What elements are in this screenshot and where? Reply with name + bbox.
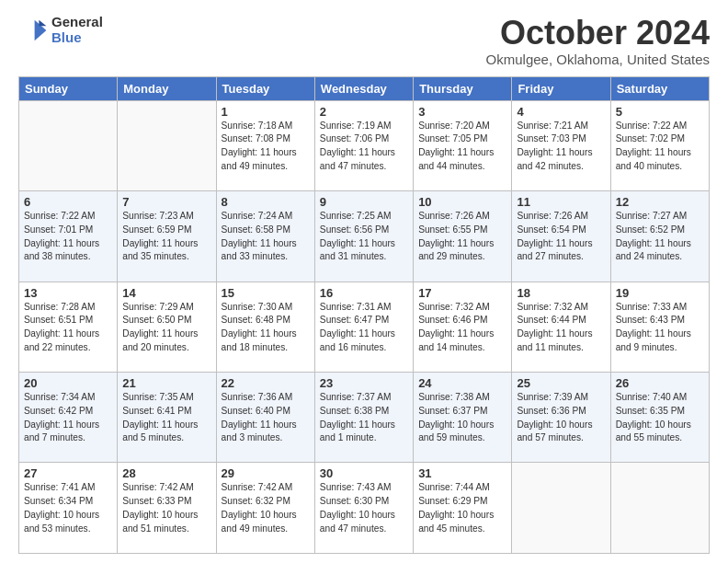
logo-line2: Blue (51, 30, 103, 46)
calendar-cell: 30Sunrise: 7:43 AM Sunset: 6:30 PM Dayli… (314, 463, 413, 554)
day-number: 23 (320, 376, 408, 390)
cell-info: Sunrise: 7:37 AM Sunset: 6:38 PM Dayligh… (320, 391, 408, 445)
calendar-cell: 4Sunrise: 7:21 AM Sunset: 7:03 PM Daylig… (512, 100, 610, 190)
day-number: 7 (122, 195, 210, 209)
day-number: 6 (24, 195, 112, 209)
calendar-cell (19, 100, 118, 190)
cell-info: Sunrise: 7:41 AM Sunset: 6:34 PM Dayligh… (24, 481, 112, 535)
calendar-cell: 2Sunrise: 7:19 AM Sunset: 7:06 PM Daylig… (314, 100, 413, 190)
calendar-cell (118, 100, 216, 190)
calendar-cell: 12Sunrise: 7:27 AM Sunset: 6:52 PM Dayli… (610, 191, 709, 282)
calendar-cell: 10Sunrise: 7:26 AM Sunset: 6:55 PM Dayli… (414, 191, 512, 282)
calendar-cell: 25Sunrise: 7:39 AM Sunset: 6:36 PM Dayli… (512, 373, 610, 463)
cell-info: Sunrise: 7:42 AM Sunset: 6:33 PM Dayligh… (122, 481, 210, 535)
svg-marker-1 (39, 19, 46, 25)
day-number: 16 (320, 286, 408, 300)
calendar-cell: 15Sunrise: 7:30 AM Sunset: 6:48 PM Dayli… (216, 282, 314, 372)
cell-info: Sunrise: 7:38 AM Sunset: 6:37 PM Dayligh… (418, 391, 506, 445)
day-number: 18 (517, 286, 605, 300)
calendar-cell: 1Sunrise: 7:18 AM Sunset: 7:08 PM Daylig… (216, 100, 314, 190)
day-number: 31 (418, 466, 506, 480)
calendar-cell: 26Sunrise: 7:40 AM Sunset: 6:35 PM Dayli… (610, 373, 709, 463)
cell-info: Sunrise: 7:36 AM Sunset: 6:40 PM Dayligh… (222, 391, 310, 445)
cell-info: Sunrise: 7:44 AM Sunset: 6:29 PM Dayligh… (418, 481, 506, 535)
header: General Blue October 2024 Okmulgee, Okla… (18, 15, 710, 67)
calendar-week-1: 6Sunrise: 7:22 AM Sunset: 7:01 PM Daylig… (19, 191, 710, 282)
day-number: 4 (517, 105, 605, 119)
calendar-cell: 3Sunrise: 7:20 AM Sunset: 7:05 PM Daylig… (414, 100, 512, 190)
cell-info: Sunrise: 7:21 AM Sunset: 7:03 PM Dayligh… (517, 120, 605, 174)
calendar-cell (512, 463, 610, 554)
header-cell-monday: Monday (118, 76, 216, 100)
cell-info: Sunrise: 7:22 AM Sunset: 7:01 PM Dayligh… (24, 210, 112, 264)
header-row: SundayMondayTuesdayWednesdayThursdayFrid… (19, 76, 710, 100)
cell-info: Sunrise: 7:29 AM Sunset: 6:50 PM Dayligh… (122, 301, 210, 355)
calendar-week-2: 13Sunrise: 7:28 AM Sunset: 6:51 PM Dayli… (19, 282, 710, 372)
cell-info: Sunrise: 7:22 AM Sunset: 7:02 PM Dayligh… (616, 120, 704, 174)
calendar-cell: 14Sunrise: 7:29 AM Sunset: 6:50 PM Dayli… (118, 282, 216, 372)
day-number: 28 (122, 466, 210, 480)
header-cell-wednesday: Wednesday (314, 76, 413, 100)
day-number: 30 (320, 466, 408, 480)
calendar-cell: 18Sunrise: 7:32 AM Sunset: 6:44 PM Dayli… (512, 282, 610, 372)
day-number: 15 (222, 286, 310, 300)
cell-info: Sunrise: 7:25 AM Sunset: 6:56 PM Dayligh… (320, 210, 408, 264)
day-number: 25 (517, 376, 605, 390)
calendar-table: SundayMondayTuesdayWednesdayThursdayFrid… (18, 76, 710, 554)
calendar-cell: 28Sunrise: 7:42 AM Sunset: 6:33 PM Dayli… (118, 463, 216, 554)
title-block: October 2024 Okmulgee, Oklahoma, United … (486, 15, 710, 67)
calendar-cell: 6Sunrise: 7:22 AM Sunset: 7:01 PM Daylig… (19, 191, 118, 282)
calendar-cell: 21Sunrise: 7:35 AM Sunset: 6:41 PM Dayli… (118, 373, 216, 463)
day-number: 11 (517, 195, 605, 209)
calendar-cell: 24Sunrise: 7:38 AM Sunset: 6:37 PM Dayli… (414, 373, 512, 463)
cell-info: Sunrise: 7:43 AM Sunset: 6:30 PM Dayligh… (320, 481, 408, 535)
day-number: 14 (122, 286, 210, 300)
day-number: 26 (616, 376, 704, 390)
day-number: 12 (616, 195, 704, 209)
day-number: 27 (24, 466, 112, 480)
logo-line1: General (51, 15, 103, 30)
calendar-cell: 20Sunrise: 7:34 AM Sunset: 6:42 PM Dayli… (19, 373, 118, 463)
header-cell-friday: Friday (512, 76, 610, 100)
day-number: 8 (222, 195, 310, 209)
cell-info: Sunrise: 7:24 AM Sunset: 6:58 PM Dayligh… (222, 210, 310, 264)
calendar-week-0: 1Sunrise: 7:18 AM Sunset: 7:08 PM Daylig… (19, 100, 710, 190)
calendar-week-4: 27Sunrise: 7:41 AM Sunset: 6:34 PM Dayli… (19, 463, 710, 554)
logo-icon (18, 16, 48, 45)
cell-info: Sunrise: 7:18 AM Sunset: 7:08 PM Dayligh… (222, 120, 310, 174)
calendar-week-3: 20Sunrise: 7:34 AM Sunset: 6:42 PM Dayli… (19, 373, 710, 463)
day-number: 20 (24, 376, 112, 390)
day-number: 13 (24, 286, 112, 300)
cell-info: Sunrise: 7:30 AM Sunset: 6:48 PM Dayligh… (222, 301, 310, 355)
day-number: 2 (320, 105, 408, 119)
cell-info: Sunrise: 7:40 AM Sunset: 6:35 PM Dayligh… (616, 391, 704, 445)
calendar-cell: 8Sunrise: 7:24 AM Sunset: 6:58 PM Daylig… (216, 191, 314, 282)
cell-info: Sunrise: 7:26 AM Sunset: 6:55 PM Dayligh… (418, 210, 506, 264)
month-title: October 2024 (486, 15, 710, 52)
cell-info: Sunrise: 7:27 AM Sunset: 6:52 PM Dayligh… (616, 210, 704, 264)
day-number: 21 (122, 376, 210, 390)
location: Okmulgee, Oklahoma, United States (486, 52, 710, 67)
calendar-cell: 31Sunrise: 7:44 AM Sunset: 6:29 PM Dayli… (414, 463, 512, 554)
calendar-cell: 17Sunrise: 7:32 AM Sunset: 6:46 PM Dayli… (414, 282, 512, 372)
day-number: 29 (222, 466, 310, 480)
calendar-cell: 23Sunrise: 7:37 AM Sunset: 6:38 PM Dayli… (314, 373, 413, 463)
page: General Blue October 2024 Okmulgee, Okla… (0, 0, 728, 563)
cell-info: Sunrise: 7:39 AM Sunset: 6:36 PM Dayligh… (517, 391, 605, 445)
calendar-cell: 29Sunrise: 7:42 AM Sunset: 6:32 PM Dayli… (216, 463, 314, 554)
cell-info: Sunrise: 7:19 AM Sunset: 7:06 PM Dayligh… (320, 120, 408, 174)
calendar-body: 1Sunrise: 7:18 AM Sunset: 7:08 PM Daylig… (19, 100, 710, 553)
day-number: 22 (222, 376, 310, 390)
day-number: 3 (418, 105, 506, 119)
cell-info: Sunrise: 7:32 AM Sunset: 6:46 PM Dayligh… (418, 301, 506, 355)
header-cell-sunday: Sunday (19, 76, 118, 100)
header-cell-thursday: Thursday (414, 76, 512, 100)
calendar-cell: 22Sunrise: 7:36 AM Sunset: 6:40 PM Dayli… (216, 373, 314, 463)
cell-info: Sunrise: 7:28 AM Sunset: 6:51 PM Dayligh… (24, 301, 112, 355)
cell-info: Sunrise: 7:31 AM Sunset: 6:47 PM Dayligh… (320, 301, 408, 355)
cell-info: Sunrise: 7:34 AM Sunset: 6:42 PM Dayligh… (24, 391, 112, 445)
calendar-cell: 13Sunrise: 7:28 AM Sunset: 6:51 PM Dayli… (19, 282, 118, 372)
cell-info: Sunrise: 7:26 AM Sunset: 6:54 PM Dayligh… (517, 210, 605, 264)
calendar-cell: 5Sunrise: 7:22 AM Sunset: 7:02 PM Daylig… (610, 100, 709, 190)
calendar-cell: 27Sunrise: 7:41 AM Sunset: 6:34 PM Dayli… (19, 463, 118, 554)
